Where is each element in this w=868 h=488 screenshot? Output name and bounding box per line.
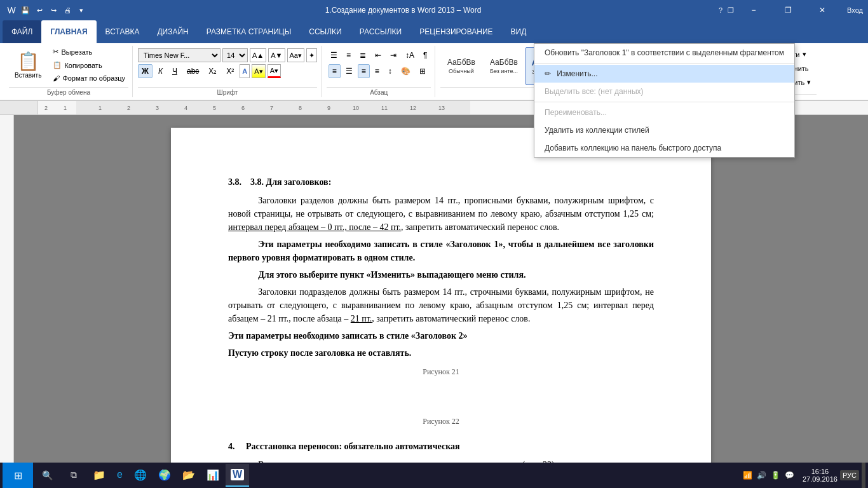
font-format-row: Ж К Ч abc X₂ X² A A▾ A▾ bbox=[138, 64, 281, 78]
svg-text:12: 12 bbox=[410, 105, 416, 111]
ctx-separator-1 bbox=[534, 63, 794, 64]
numbering-button[interactable]: ≡ bbox=[342, 48, 355, 62]
font-size-select[interactable]: 14 bbox=[222, 48, 248, 62]
taskbar-files[interactable]: 📂 bbox=[177, 464, 200, 487]
help-icon[interactable]: ? bbox=[719, 6, 722, 14]
ctx-remove[interactable]: Удалить из коллекции стилей bbox=[534, 121, 794, 139]
tab-8[interactable]: ВИД bbox=[502, 20, 536, 43]
underline-button[interactable]: Ч bbox=[168, 64, 181, 78]
search-taskbar-icon: 🔍 bbox=[42, 470, 53, 481]
subscript-button[interactable]: X₂ bbox=[205, 64, 220, 78]
section-38-underline: интервал перед абзацем – 0 пт., после – … bbox=[228, 222, 401, 232]
search-button[interactable]: 🔍 bbox=[34, 463, 60, 488]
redo-qat-button[interactable]: ↪ bbox=[47, 4, 60, 17]
font-color-button[interactable]: A▾ bbox=[268, 64, 281, 78]
network-icon[interactable]: 📶 bbox=[743, 470, 753, 480]
ctx-modify[interactable]: ✏ Изменить... bbox=[534, 65, 794, 83]
taskbar-file-explorer[interactable]: 📁 bbox=[88, 464, 111, 487]
section-38-number: 3.8. bbox=[228, 177, 241, 187]
align-right-button[interactable]: ≡ bbox=[371, 64, 383, 78]
taskbar-word[interactable]: W bbox=[226, 464, 249, 487]
clock-area[interactable]: 16:16 27.09.2016 bbox=[803, 468, 837, 483]
battery-icon[interactable]: 🔋 bbox=[771, 470, 781, 480]
taskbar-chrome[interactable]: 🌍 bbox=[153, 464, 176, 487]
taskbar-excel[interactable]: 📊 bbox=[201, 464, 224, 487]
tab-6[interactable]: РАССЫЛКИ bbox=[351, 20, 410, 43]
tab-file[interactable]: ФАЙЛ bbox=[3, 20, 41, 43]
ctx-update-style[interactable]: Обновить "Заголовок 1" в соответствии с … bbox=[534, 44, 794, 62]
italic-button[interactable]: К bbox=[154, 64, 166, 78]
shading-button[interactable]: 🎨 bbox=[397, 64, 414, 78]
border-button[interactable]: ⊞ bbox=[416, 64, 430, 78]
align-center-button[interactable]: ☰ bbox=[342, 64, 356, 78]
bold-button[interactable]: Ж bbox=[138, 64, 153, 78]
superscript-button[interactable]: X² bbox=[222, 64, 238, 78]
ctx-select-all: Выделить все: (нет данных) bbox=[534, 83, 794, 100]
clipboard-group: 📋 Вставить ✂ Вырезать 📋 Копировать 🖌 Фор… bbox=[5, 46, 133, 97]
ctx-add-to-qat[interactable]: Добавить коллекцию на панель быстрого до… bbox=[534, 139, 794, 157]
taskbar-edge[interactable]: 🌐 bbox=[129, 464, 152, 487]
font-size-increase-button[interactable]: A▲ bbox=[250, 48, 266, 62]
taskbar: ⊞ 🔍 ⧉ 📁 e 🌐 🌍 📂 📊 W 📶 bbox=[0, 463, 868, 488]
text-effects-button[interactable]: A bbox=[240, 64, 250, 78]
sort-button[interactable]: ↕A bbox=[402, 48, 418, 62]
tab-3[interactable]: ДИЗАЙН bbox=[148, 20, 197, 43]
quick-access-toolbar: W 💾 ↩ ↪ 🖨 ▾ bbox=[5, 4, 88, 17]
ctx-remove-label: Удалить из коллекции стилей bbox=[545, 126, 649, 135]
show-desktop-button[interactable] bbox=[862, 463, 865, 488]
align-left-button[interactable]: ≡ bbox=[329, 64, 341, 78]
start-button[interactable]: ⊞ bbox=[3, 463, 33, 488]
tab-7[interactable]: РЕЦЕНЗИРОВАНИЕ bbox=[410, 20, 501, 43]
copy-button[interactable]: 📋 Копировать bbox=[50, 59, 128, 71]
save-qat-button[interactable]: 💾 bbox=[19, 4, 32, 17]
increase-indent-button[interactable]: ⇥ bbox=[386, 48, 400, 62]
bullets-button[interactable]: ☰ bbox=[327, 48, 341, 62]
document-area: 3.8. 3.8. Для заголовков: Заголовки разд… bbox=[0, 115, 868, 488]
style-normal-label: Обычный bbox=[449, 68, 474, 74]
line-spacing-button[interactable]: ↕ bbox=[384, 64, 396, 78]
show-marks-button[interactable]: ¶ bbox=[419, 48, 431, 62]
style-normal[interactable]: АаБбВв Обычный bbox=[440, 47, 482, 85]
svg-text:11: 11 bbox=[381, 105, 388, 111]
strikethrough-button[interactable]: abc bbox=[183, 64, 203, 78]
print-qat-button[interactable]: 🖨 bbox=[61, 4, 74, 17]
multilevel-button[interactable]: ≣ bbox=[356, 48, 370, 62]
title-bar-left: W 💾 ↩ ↪ 🖨 ▾ bbox=[5, 4, 88, 17]
paste-button[interactable]: 📋 Вставить bbox=[9, 46, 47, 84]
svg-text:5: 5 bbox=[213, 105, 216, 111]
restore-button[interactable]: ❐ bbox=[773, 0, 803, 20]
tab-4[interactable]: РАЗМЕТКА СТРАНИЦЫ bbox=[198, 20, 301, 43]
decrease-indent-button[interactable]: ⇤ bbox=[371, 48, 385, 62]
ribbon-toggle[interactable]: ❐ bbox=[728, 6, 734, 15]
taskbar-ie[interactable]: e bbox=[112, 464, 128, 487]
clear-format-button[interactable]: ✦ bbox=[306, 48, 317, 62]
tab-5[interactable]: ССЫЛКИ bbox=[300, 20, 350, 43]
font-name-row: Times New F... 14 A▲ A▼ Aa▾ ✦ bbox=[138, 48, 317, 62]
undo-qat-button[interactable]: ↩ bbox=[33, 4, 46, 17]
close-button[interactable]: ✕ bbox=[808, 0, 837, 20]
login-text[interactable]: Вход bbox=[847, 6, 863, 14]
qat-dropdown[interactable]: ▾ bbox=[75, 4, 88, 17]
tab-2[interactable]: ВСТАВКА bbox=[97, 20, 149, 43]
cut-button[interactable]: ✂ Вырезать bbox=[50, 46, 128, 58]
align-justify-button[interactable]: ≡ bbox=[358, 64, 370, 78]
font-name-select[interactable]: Times New F... bbox=[138, 48, 220, 62]
clock-time: 16:16 bbox=[811, 468, 829, 475]
document-scroll[interactable]: 3.8. 3.8. Для заголовков: Заголовки разд… bbox=[14, 115, 868, 488]
lang-indicator[interactable]: РУС bbox=[840, 470, 859, 480]
tab-1[interactable]: ГЛАВНАЯ bbox=[41, 20, 96, 43]
style-no-spacing[interactable]: АаБбВв Без инте... bbox=[483, 47, 524, 85]
font-size-decrease-button[interactable]: A▼ bbox=[268, 48, 285, 62]
find-dropdown-icon[interactable]: ▾ bbox=[803, 50, 806, 58]
minimize-button[interactable]: − bbox=[739, 0, 768, 20]
select-dropdown-icon[interactable]: ▾ bbox=[807, 78, 811, 86]
format-painter-button[interactable]: 🖌 Формат по образцу bbox=[50, 72, 128, 84]
chrome-icon: 🌍 bbox=[158, 469, 171, 481]
task-view-button[interactable]: ⧉ bbox=[61, 463, 86, 488]
text-highlight-button[interactable]: A▾ bbox=[252, 64, 265, 78]
clock-date: 27.09.2016 bbox=[803, 475, 837, 483]
left-ruler bbox=[0, 115, 14, 488]
notification-icon[interactable]: 💬 bbox=[785, 470, 795, 480]
volume-icon[interactable]: 🔊 bbox=[757, 470, 767, 480]
change-case-button[interactable]: Aa▾ bbox=[287, 48, 304, 62]
